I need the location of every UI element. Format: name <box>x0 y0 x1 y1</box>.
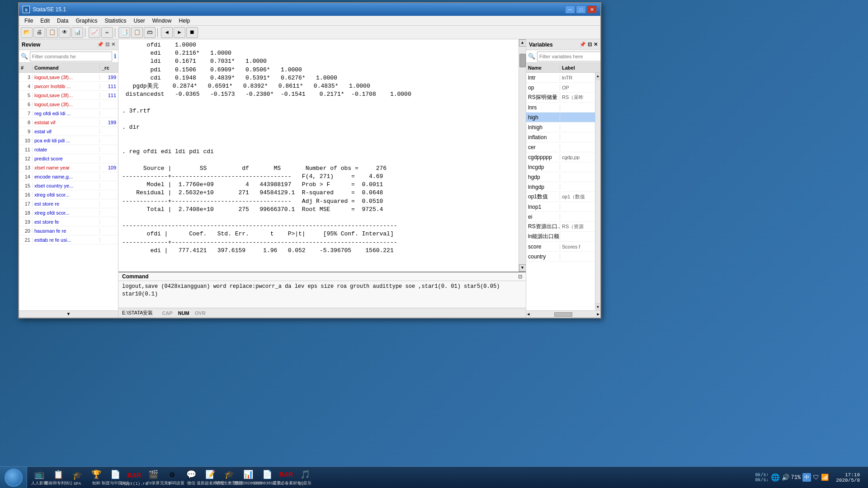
review-item[interactable]: 6 logout,save (3f)... <box>19 100 118 109</box>
output-content[interactable]: ofdi 1.0000 edi 0.2116* 1.0000 ldi 0.167… <box>118 39 519 272</box>
taskbar-app-gpa[interactable]: 🎓 GPA <box>69 469 86 486</box>
var-item-lncgdp[interactable]: lncgdp <box>526 162 595 172</box>
toolbar-back[interactable]: ◀ <box>161 27 173 38</box>
start-button[interactable] <box>0 467 27 488</box>
toolbar-print[interactable]: 🖨 <box>33 27 45 38</box>
var-item-country[interactable]: country <box>526 252 595 262</box>
var-item-inflation[interactable]: inflation <box>526 132 595 142</box>
review-pin-icon[interactable]: 📌 <box>97 42 104 47</box>
toolbar-table[interactable]: 🗃 <box>144 27 156 38</box>
var-item-high[interactable]: high <box>526 113 595 122</box>
review-item[interactable]: 20 hausman fe re <box>19 226 118 235</box>
review-item[interactable]: 14 encode name,g... <box>19 172 118 181</box>
clock[interactable]: 17:19 2020/5/8 <box>832 472 863 483</box>
vars-dock-icon[interactable]: ⊡ <box>588 42 592 47</box>
menu-data[interactable]: Data <box>53 17 72 25</box>
ime-icon[interactable]: 中 <box>802 473 811 482</box>
command-text[interactable]: logout,save (0428xiangguan) word replace… <box>122 283 522 298</box>
close-button[interactable]: ✕ <box>587 5 597 14</box>
taskbar-app-qqmusic[interactable]: 🎵 QQ音乐 <box>297 469 314 486</box>
toolbar-edit[interactable]: ✏ <box>101 27 113 38</box>
toolbar-graph[interactable]: 📊 <box>71 27 83 38</box>
taskbar-app-evrecord[interactable]: 🎬 EV录屏 <box>145 469 162 486</box>
toolbar-stop[interactable]: ⏹ <box>186 27 198 38</box>
toolbar-data-editor[interactable]: 📑 <box>118 27 130 38</box>
var-item-op1[interactable]: op1数值 op1（数值 <box>526 192 595 202</box>
review-item[interactable]: 8 eststat vif 199 <box>19 118 118 127</box>
start-orb[interactable] <box>5 469 23 487</box>
menu-graphics[interactable]: Graphics <box>72 17 101 25</box>
review-item[interactable]: 9 estat vif <box>19 127 118 136</box>
vars-scroll-left[interactable]: ◀ <box>527 312 529 317</box>
toolbar-log[interactable]: 📋 <box>46 27 58 38</box>
vars-close-icon[interactable]: ✕ <box>594 42 598 47</box>
review-item[interactable]: 10 pca edi ldi pdi ... <box>19 136 118 145</box>
vars-scroll-down[interactable]: ▼ <box>595 303 600 310</box>
review-item[interactable]: 13 xtset name year 109 <box>19 163 118 172</box>
var-item-rs[interactable]: RS探明储量 RS（采昨 <box>526 93 595 103</box>
var-item-lnhigh[interactable]: lnhigh <box>526 122 595 132</box>
menu-statistics[interactable]: Statistics <box>101 17 130 25</box>
vars-scroll-right[interactable]: ▶ <box>597 312 599 317</box>
maximize-button[interactable]: □ <box>576 5 586 14</box>
review-item[interactable]: 21 esttab re fe usi... <box>19 235 118 244</box>
taskbar-app-codec[interactable]: ⚙️ 完美解码设置 <box>164 469 181 486</box>
review-scroll-down[interactable]: ▼ <box>19 310 118 318</box>
var-item-cgdppppp[interactable]: cgdppppp cgdp,pp <box>526 152 595 162</box>
review-item[interactable]: 3 logout,save (3f)... 199 <box>19 73 118 82</box>
review-item[interactable]: 16 xtreg ofdi scor... <box>19 190 118 199</box>
toolbar-forward[interactable]: ▶ <box>174 27 185 38</box>
var-item-lnhgdp[interactable]: lnhgdp <box>526 182 595 192</box>
minimize-button[interactable]: ─ <box>565 5 575 14</box>
var-item-lnenergy[interactable]: ln能源出口额 <box>526 232 595 242</box>
review-item[interactable]: 17 est store re <box>19 199 118 208</box>
menu-file[interactable]: File <box>21 17 37 25</box>
variables-search-input[interactable] <box>537 52 600 61</box>
volume-icon[interactable]: 🔊 <box>782 474 789 481</box>
toolbar-copy[interactable]: 📋 <box>131 27 143 38</box>
vars-scroll-up[interactable]: ▲ <box>595 73 600 80</box>
toolbar-sep2 <box>115 28 117 37</box>
review-item[interactable]: 7 reg ofdi edi ldi ... <box>19 109 118 118</box>
var-item-lntr[interactable]: lntr lnTR <box>526 73 595 83</box>
review-item[interactable]: 4 pwcorr lnofdib ... 111 <box>19 82 118 91</box>
vars-pin-icon[interactable]: 📌 <box>580 42 586 47</box>
taskbar-app-patent[interactable]: 📋 商标和专利转让方式... <box>50 469 67 486</box>
command-expand-icon[interactable]: ⊡ <box>518 274 522 280</box>
var-item-lnop1[interactable]: lnop1 <box>526 202 595 212</box>
toolbar-open[interactable]: 📂 <box>21 27 33 38</box>
review-item[interactable]: 19 est store fe <box>19 217 118 226</box>
var-item-ei[interactable]: ei <box>526 212 595 222</box>
menu-user[interactable]: User <box>130 17 148 25</box>
security-icon[interactable]: 🛡 <box>813 474 819 481</box>
toolbar-viewer[interactable]: 👁 <box>59 27 71 38</box>
menu-edit[interactable]: Edit <box>37 17 53 25</box>
review-close-icon[interactable]: ✕ <box>111 42 115 47</box>
var-item-rs-export[interactable]: RS资源出口... RS（资源 <box>526 222 595 232</box>
taskbar-app-rar1[interactable]: RAR tsppt(1).rar <box>126 469 143 486</box>
vars-scrollbar[interactable]: ▲ ▼ <box>595 73 600 310</box>
scroll-up-arrow[interactable]: ▲ <box>519 39 526 47</box>
var-item-score[interactable]: score Scores f <box>526 242 595 252</box>
review-item[interactable]: 18 xtreg ofdi scor... <box>19 208 118 217</box>
review-dock-icon[interactable]: ⊡ <box>105 42 109 47</box>
network-icon[interactable]: 🌐 <box>771 473 780 482</box>
review-item[interactable]: 11 rotate <box>19 145 118 154</box>
var-item-lnrs[interactable]: lnrs <box>526 103 595 113</box>
toolbar-chart[interactable]: 📈 <box>89 27 100 38</box>
menu-help[interactable]: Help <box>175 17 193 25</box>
var-item-hgdp[interactable]: hgdp <box>526 172 595 182</box>
menu-window[interactable]: Window <box>149 17 175 25</box>
review-item[interactable]: 12 predict score <box>19 154 118 163</box>
scroll-down-arrow[interactable]: ▼ <box>519 264 526 272</box>
review-item[interactable]: 5 logout,save (3f)... 111 <box>19 91 118 100</box>
var-item-cer[interactable]: cer <box>526 142 595 152</box>
scrollbar-thumb[interactable] <box>519 54 526 67</box>
review-item[interactable]: 15 xtset country ye... <box>19 181 118 190</box>
review-search-input[interactable] <box>30 52 112 61</box>
var-item-op[interactable]: op OP <box>526 83 595 93</box>
output-scrollbar[interactable]: ▲ ▼ <box>519 39 526 272</box>
taskbar-app-rar2[interactable]: RAR 褡子必备素材包.rar <box>278 469 295 486</box>
vars-hscroll[interactable]: ◀ ▶ <box>526 310 600 318</box>
signal-icon[interactable]: 📶 <box>821 474 829 481</box>
